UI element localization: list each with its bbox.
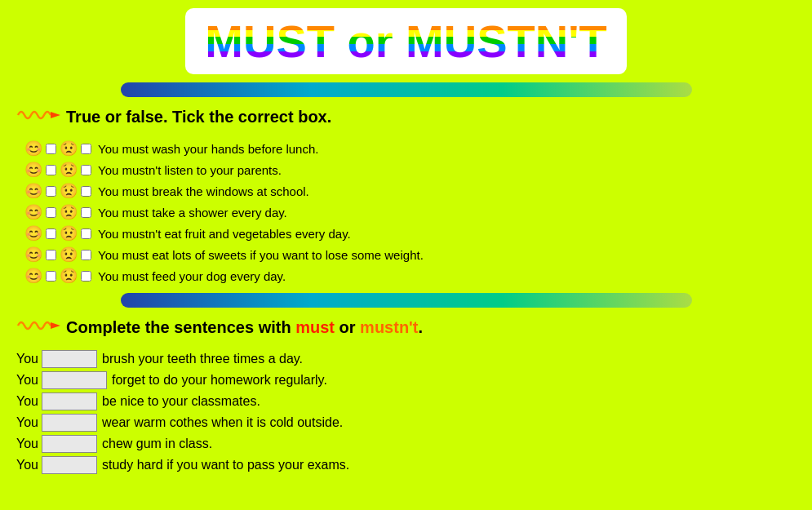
wavy-arrow-icon-1 xyxy=(16,105,61,128)
fill-suffix-1: brush your teeth three times a day. xyxy=(102,352,303,366)
title-container: MUST or MUSTN'T xyxy=(16,8,796,74)
mustnt-keyword: mustn't xyxy=(360,318,418,336)
list-item: You wear warm cothes when it is cold out… xyxy=(16,414,796,432)
checkbox-true-7[interactable] xyxy=(46,271,56,282)
happy-emoji: 😊 xyxy=(24,140,42,157)
happy-emoji: 😊 xyxy=(24,182,42,200)
happy-emoji: 😊 xyxy=(24,161,42,179)
checklist-text-6: You must eat lots of sweets if you want … xyxy=(98,248,424,262)
checkbox-true-1[interactable] xyxy=(46,144,56,154)
section2-title: Complete the sentences with must or must… xyxy=(66,318,423,337)
section2-suffix: . xyxy=(419,318,424,336)
checkbox-false-1[interactable] xyxy=(81,144,91,154)
section2-instruction-prefix: Complete the sentences with xyxy=(66,318,295,336)
sad-emoji: 😟 xyxy=(60,224,78,242)
fill-input-4[interactable] xyxy=(42,414,97,432)
table-row: 😊 😟 You must feed your dog every day. xyxy=(24,267,796,285)
checkbox-false-6[interactable] xyxy=(81,250,91,260)
fill-input-2[interactable] xyxy=(42,371,107,389)
list-item: You be nice to your classmates. xyxy=(16,392,796,410)
table-row: 😊 😟 You mustn't eat fruit and vegetables… xyxy=(24,224,796,242)
list-item: You brush your teeth three times a day. xyxy=(16,350,796,368)
checklist-text-2: You mustn't listen to your parents. xyxy=(98,163,282,177)
checklist-text-5: You mustn't eat fruit and vegetables eve… xyxy=(98,227,351,241)
sad-emoji: 😟 xyxy=(60,203,78,221)
checkbox-true-6[interactable] xyxy=(46,250,56,260)
fill-you-5: You xyxy=(16,437,38,451)
sad-emoji: 😟 xyxy=(60,246,78,264)
list-item: You chew gum in class. xyxy=(16,435,796,453)
fill-input-1[interactable] xyxy=(42,350,97,368)
sad-emoji: 😟 xyxy=(60,161,78,179)
checkbox-true-2[interactable] xyxy=(46,165,56,175)
sad-emoji: 😟 xyxy=(60,182,78,200)
checkbox-true-5[interactable] xyxy=(46,228,56,239)
section2-or: or xyxy=(335,318,360,336)
table-row: 😊 😟 You must wash your hands before lunc… xyxy=(24,140,796,157)
svg-marker-1 xyxy=(51,322,60,329)
table-row: 😊 😟 You must eat lots of sweets if you w… xyxy=(24,246,796,264)
table-row: 😊 😟 You mustn't listen to your parents. xyxy=(24,161,796,179)
happy-emoji: 😊 xyxy=(24,224,42,242)
section1-header: True or false. Tick the correct box. xyxy=(16,105,796,128)
list-item: You study hard if you want to pass your … xyxy=(16,456,796,474)
fill-you-1: You xyxy=(16,352,38,366)
fill-you-3: You xyxy=(16,394,38,409)
fill-input-5[interactable] xyxy=(42,435,97,453)
checkbox-true-3[interactable] xyxy=(46,186,56,197)
fill-suffix-2: forget to do your homework regularly. xyxy=(112,373,327,388)
fill-suffix-3: be nice to your classmates. xyxy=(102,394,260,409)
checkbox-true-4[interactable] xyxy=(46,207,56,218)
checklist-text-7: You must feed your dog every day. xyxy=(98,269,286,283)
wavy-arrow-icon-2 xyxy=(16,316,61,339)
checkbox-false-4[interactable] xyxy=(81,207,91,218)
checkbox-false-7[interactable] xyxy=(81,271,91,282)
checkbox-false-5[interactable] xyxy=(81,228,91,239)
table-row: 😊 😟 You must take a shower every day. xyxy=(24,203,796,221)
fill-input-3[interactable] xyxy=(42,392,97,410)
fill-input-6[interactable] xyxy=(42,456,97,474)
happy-emoji: 😊 xyxy=(24,267,42,285)
section2-header: Complete the sentences with must or must… xyxy=(16,316,796,339)
gradient-bar-1 xyxy=(121,82,692,97)
checkbox-false-3[interactable] xyxy=(81,186,91,197)
sad-emoji: 😟 xyxy=(60,140,78,157)
must-keyword: must xyxy=(295,318,335,336)
fill-suffix-4: wear warm cothes when it is cold outside… xyxy=(102,415,343,430)
fill-suffix-5: chew gum in class. xyxy=(102,437,212,451)
happy-emoji: 😊 xyxy=(24,203,42,221)
checklist-text-3: You must break the windows at school. xyxy=(98,184,309,198)
section1-title: True or false. Tick the correct box. xyxy=(66,108,331,126)
fill-you-4: You xyxy=(16,415,38,430)
fill-section: You brush your teeth three times a day. … xyxy=(16,350,796,474)
fill-suffix-6: study hard if you want to pass your exam… xyxy=(102,458,349,472)
fill-you-6: You xyxy=(16,458,38,472)
gradient-bar-2 xyxy=(121,293,692,308)
fill-you-2: You xyxy=(16,373,38,388)
happy-emoji: 😊 xyxy=(24,246,42,264)
table-row: 😊 😟 You must break the windows at school… xyxy=(24,182,796,200)
sad-emoji: 😟 xyxy=(60,267,78,285)
svg-marker-0 xyxy=(51,112,60,118)
title-box: MUST or MUSTN'T xyxy=(185,8,626,74)
checklist-text-4: You must take a shower every day. xyxy=(98,206,287,220)
checklist-text-1: You must wash your hands before lunch. xyxy=(98,142,318,156)
checklist-area: 😊 😟 You must wash your hands before lunc… xyxy=(16,140,796,285)
page-title: MUST or MUSTN'T xyxy=(205,16,606,67)
checkbox-false-2[interactable] xyxy=(81,165,91,175)
list-item: You forget to do your homework regularly… xyxy=(16,371,796,389)
